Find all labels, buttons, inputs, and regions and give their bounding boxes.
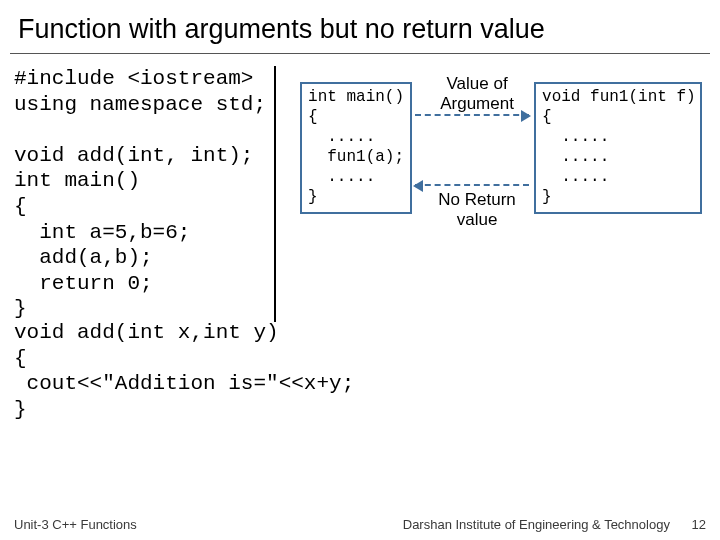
title-divider — [10, 53, 710, 54]
content-row: #include <iostream> using namespace std;… — [0, 66, 720, 322]
diagram-box-fun1: void fun1(int f) { ..... ..... ..... } — [534, 82, 702, 214]
slide-title: Function with arguments but no return va… — [0, 0, 720, 53]
page-number: 12 — [692, 517, 706, 532]
diagram-pane: int main() { ..... fun1(a); ..... } void… — [276, 66, 706, 322]
code-block-top: #include <iostream> using namespace std;… — [14, 66, 276, 322]
footer-institute: Darshan Institute of Engineering & Techn… — [403, 517, 706, 532]
label-no-return: No Return value — [428, 190, 526, 229]
label-argument: Value of Argument — [428, 74, 526, 113]
footer-unit: Unit-3 C++ Functions — [14, 517, 137, 532]
arrow-no-return-icon — [415, 184, 529, 186]
footer: Unit-3 C++ Functions Darshan Institute o… — [0, 517, 720, 532]
footer-institute-text: Darshan Institute of Engineering & Techn… — [403, 517, 670, 532]
code-block-bottom: void add(int x,int y) { cout<<"Addition … — [0, 320, 720, 422]
diagram-box-main: int main() { ..... fun1(a); ..... } — [300, 82, 412, 214]
arrow-argument-icon — [415, 114, 529, 116]
